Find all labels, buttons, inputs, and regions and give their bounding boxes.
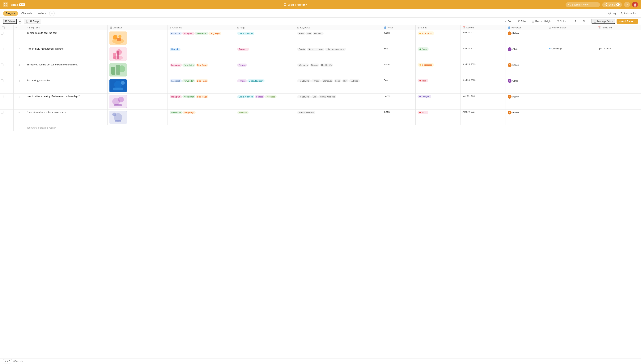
tab-channels[interactable]: Channels bbox=[19, 11, 35, 16]
view-options-dots[interactable]: ⋯ bbox=[42, 19, 46, 24]
tab-writers[interactable]: Writers bbox=[35, 11, 49, 16]
row-checkbox[interactable] bbox=[1, 48, 4, 50]
help-button[interactable]: ? bbox=[624, 2, 630, 8]
keyword-tag[interactable]: Mental wellness bbox=[318, 95, 336, 98]
search-bar[interactable]: Search in View bbox=[566, 2, 600, 7]
keyword-tag[interactable]: Sports recovery bbox=[307, 48, 325, 51]
keyword-tag[interactable]: Sports bbox=[297, 48, 306, 51]
keyword-tag[interactable]: Workouts bbox=[321, 79, 333, 82]
sort-button[interactable]: Sort bbox=[502, 19, 514, 24]
channel-tag[interactable]: Blog Page bbox=[196, 95, 208, 98]
row-checkbox[interactable] bbox=[1, 95, 4, 98]
footer-add-button[interactable]: + + 5 bbox=[3, 359, 12, 364]
status-badge[interactable]: Todo bbox=[417, 111, 428, 114]
row-title[interactable]: Things you need to get started with home… bbox=[25, 62, 108, 78]
tag-item[interactable]: Fitness bbox=[237, 79, 247, 82]
tag-item[interactable]: Diet & Nutrition bbox=[237, 32, 254, 35]
create-row[interactable]: 7 Type here to create a record bbox=[0, 125, 641, 131]
row-creative[interactable] bbox=[108, 78, 168, 94]
row-checkbox[interactable] bbox=[1, 64, 4, 66]
keyword-tag[interactable]: Nutrition bbox=[313, 32, 324, 35]
channel-tag[interactable]: Facebook bbox=[170, 32, 182, 35]
log-button[interactable]: Log bbox=[607, 11, 617, 16]
row-title[interactable]: 10 food items to beat the heat bbox=[25, 30, 108, 46]
record-height-button[interactable]: Record Height bbox=[530, 19, 553, 24]
row-checkbox[interactable] bbox=[1, 32, 4, 34]
row-creative[interactable] bbox=[108, 30, 168, 46]
channel-tag[interactable]: Newsletter bbox=[182, 79, 195, 82]
channel-tag[interactable]: Blog Page bbox=[183, 111, 196, 114]
avatar[interactable] bbox=[632, 2, 638, 8]
keyword-tag[interactable]: Fitness bbox=[311, 79, 321, 82]
review-status-badge[interactable]: Good to go bbox=[549, 48, 562, 50]
status-badge[interactable]: Done bbox=[417, 47, 429, 51]
keyword-tag[interactable]: Fitness bbox=[310, 64, 319, 66]
color-button[interactable]: Color bbox=[555, 19, 568, 24]
keyword-tag[interactable]: Diet bbox=[342, 79, 349, 82]
add-view-button[interactable]: + bbox=[18, 19, 22, 24]
row-title[interactable]: Role of injury management in sports bbox=[25, 46, 108, 62]
channel-tag[interactable]: Blog Page bbox=[195, 79, 208, 82]
select-all-checkbox[interactable] bbox=[2, 26, 5, 29]
tag-item[interactable]: Fitness bbox=[255, 95, 265, 98]
app-logo[interactable]: Tables Beta bbox=[3, 2, 25, 7]
row-creative[interactable] bbox=[108, 46, 168, 62]
keyword-tag[interactable]: Diet bbox=[305, 32, 312, 35]
keyword-tag[interactable]: Injury management bbox=[325, 48, 346, 51]
redo-button[interactable] bbox=[580, 19, 587, 23]
status-badge[interactable]: Delayed bbox=[417, 95, 431, 98]
channel-tag[interactable]: Instagram bbox=[182, 32, 195, 35]
row-creative[interactable] bbox=[108, 62, 168, 78]
share-button[interactable]: Share 6 bbox=[602, 2, 622, 7]
keyword-tag[interactable]: Healthy life bbox=[297, 95, 311, 98]
row-writer: Justin bbox=[382, 110, 415, 125]
keyword-tag[interactable]: Diet bbox=[311, 95, 318, 98]
row-checkbox[interactable] bbox=[1, 111, 4, 114]
keyword-tag[interactable]: Workouts bbox=[297, 64, 309, 66]
row-checkbox[interactable] bbox=[1, 79, 4, 82]
channel-tag[interactable]: Newsletter bbox=[195, 32, 208, 35]
channel-tag[interactable]: Blog Page bbox=[208, 32, 221, 35]
automation-button[interactable]: Automation bbox=[619, 11, 638, 16]
page-title[interactable]: Blog Tracker ▾ bbox=[283, 3, 307, 6]
tag-item[interactable]: Wellness bbox=[265, 95, 276, 98]
reviewer-name: Olivia bbox=[512, 48, 518, 50]
channel-tag[interactable]: Newsletter bbox=[182, 64, 195, 66]
current-view-label[interactable]: All Blogs bbox=[24, 19, 41, 24]
manage-fields-button[interactable]: Manage fields bbox=[591, 19, 615, 24]
add-tab-button[interactable]: + bbox=[49, 11, 55, 16]
row-title[interactable]: How to follow a healthy lifestyle even o… bbox=[25, 94, 108, 110]
row-creative[interactable] bbox=[108, 110, 168, 125]
row-creative[interactable] bbox=[108, 94, 168, 110]
channel-tag[interactable]: Newsletter bbox=[170, 111, 183, 114]
create-placeholder[interactable]: Type here to create a record bbox=[25, 125, 641, 131]
tag-item[interactable]: Recovery bbox=[237, 48, 249, 51]
channel-tag[interactable]: Instagram bbox=[170, 95, 182, 98]
channel-tag[interactable]: Newsletter bbox=[182, 95, 195, 98]
keyword-tag[interactable]: Food bbox=[334, 79, 341, 82]
channel-tag[interactable]: Blog Page bbox=[196, 64, 208, 66]
tag-item[interactable]: Diet & Nutrition bbox=[247, 79, 265, 82]
row-title[interactable]: 8 techniques for a better mental health bbox=[25, 110, 108, 125]
status-badge[interactable]: In progress bbox=[417, 63, 434, 66]
views-button[interactable]: Views bbox=[3, 19, 17, 24]
keyword-tag[interactable]: Nutrition bbox=[349, 79, 360, 82]
keyword-tag[interactable]: Healthy life bbox=[297, 79, 311, 82]
status-badge[interactable]: In progress bbox=[417, 32, 434, 35]
tag-item[interactable]: Diet & Nutrition bbox=[237, 95, 254, 98]
filter-button[interactable]: Filter bbox=[516, 19, 529, 24]
tag-item[interactable]: Wellness bbox=[237, 111, 249, 114]
channel-tag[interactable]: Instagram bbox=[170, 64, 182, 66]
undo-button[interactable] bbox=[573, 19, 579, 23]
row-title[interactable]: Eat healthy, stay active bbox=[25, 78, 108, 94]
keyword-tag[interactable]: Healthy life bbox=[320, 64, 333, 66]
tag-item[interactable]: Fitness bbox=[237, 64, 247, 66]
tab-blogs[interactable]: Blogs ▾ bbox=[3, 11, 18, 16]
col-channels: ⊞ Channels bbox=[167, 25, 235, 30]
add-record-button[interactable]: + Add Record bbox=[616, 19, 638, 24]
keyword-tag[interactable]: Mental wellness bbox=[297, 111, 315, 114]
channel-tag[interactable]: Facebook bbox=[170, 79, 182, 82]
status-badge[interactable]: Todo bbox=[417, 79, 428, 82]
channel-tag[interactable]: LinkedIn bbox=[170, 48, 181, 51]
keyword-tag[interactable]: Food bbox=[297, 32, 305, 35]
